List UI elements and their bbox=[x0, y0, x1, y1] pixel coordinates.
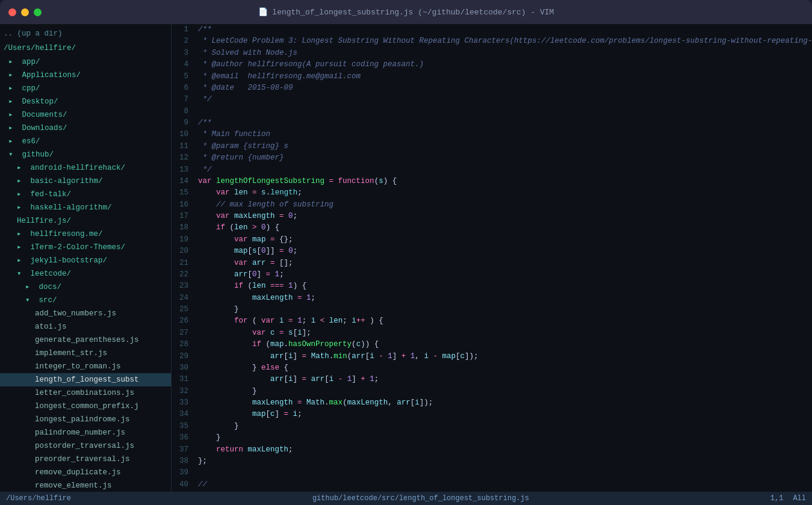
sidebar-item-iterm[interactable]: ▸ iTerm-2-Color-Themes/ bbox=[0, 241, 171, 254]
sidebar-item-desktop[interactable]: ▸ Desktop/ bbox=[0, 95, 171, 108]
statusbar-file: github/leetcode/src/length_of_longest_su… bbox=[312, 494, 529, 503]
parent-dir-item[interactable]: .. (up a dir) bbox=[0, 26, 171, 41]
sidebar-item-hellfiresong[interactable]: ▸ hellfiresong.me/ bbox=[0, 228, 171, 241]
file-postorder-traversal[interactable]: postorder_traversal.js bbox=[0, 439, 171, 453]
window-title: 📄 length_of_longest_substring.js (~/gith… bbox=[258, 7, 554, 17]
sidebar-item-fed-talk[interactable]: ▸ fed-talk/ bbox=[0, 188, 171, 201]
sidebar-item-basic-alg[interactable]: ▸ basic-algorithm/ bbox=[0, 175, 171, 188]
sidebar-item-es6[interactable]: ▸ es6/ bbox=[0, 135, 171, 148]
minimize-button[interactable] bbox=[21, 8, 29, 16]
sidebar-item-applications[interactable]: ▸ Applications/ bbox=[0, 69, 171, 82]
main-container: .. (up a dir) /Users/hellfire/ ▸ app/ ▸ … bbox=[0, 24, 812, 492]
titlebar-buttons bbox=[8, 8, 42, 16]
sidebar-item-src[interactable]: ▾ src/ bbox=[0, 294, 171, 307]
statusbar-all: All bbox=[793, 494, 806, 503]
file-longest-common-prefix[interactable]: longest_common_prefix.j bbox=[0, 400, 171, 413]
code-area[interactable]: 12345 678910 1112131415 1617181920 21222… bbox=[172, 24, 812, 492]
titlebar: 📄 length_of_longest_substring.js (~/gith… bbox=[0, 0, 812, 24]
sidebar-item-github[interactable]: ▾ github/ bbox=[0, 148, 171, 161]
file-remove-duplicate[interactable]: remove_duplicate.js bbox=[0, 466, 171, 479]
statusbar-right: 1,1 All bbox=[770, 494, 806, 503]
sidebar-item-android[interactable]: ▸ android-hellfirehack/ bbox=[0, 161, 171, 175]
file-longest-palindrome[interactable]: longest_palindrome.js bbox=[0, 413, 171, 426]
sidebar-item-documents[interactable]: ▸ Documents/ bbox=[0, 108, 171, 122]
sidebar-item-hellfire-js[interactable]: Hellfire.js/ bbox=[0, 214, 171, 228]
file-length-of-longest[interactable]: length_of_longest_subst bbox=[0, 373, 171, 386]
current-path: /Users/hellfire/ bbox=[0, 41, 171, 55]
close-button[interactable] bbox=[8, 8, 16, 16]
sidebar-item-haskell[interactable]: ▸ haskell-algorithm/ bbox=[0, 201, 171, 214]
file-palindrome-number[interactable]: palindrome_number.js bbox=[0, 426, 171, 439]
file-preorder-traversal[interactable]: preorder_traversal.js bbox=[0, 453, 171, 466]
sidebar-item-leetcode[interactable]: ▾ leetcode/ bbox=[0, 267, 171, 280]
sidebar-item-app[interactable]: ▸ app/ bbox=[0, 55, 171, 69]
code-content[interactable]: /** * LeetCode Problem 3: Longest Substr… bbox=[193, 24, 812, 492]
line-numbers: 12345 678910 1112131415 1617181920 21222… bbox=[172, 24, 193, 492]
statusbar: /Users/hellfire github/leetcode/src/leng… bbox=[0, 492, 812, 505]
statusbar-position: 1,1 bbox=[770, 494, 784, 503]
statusbar-path: /Users/hellfire bbox=[6, 494, 71, 503]
sidebar-item-downloads[interactable]: ▸ Downloads/ bbox=[0, 122, 171, 135]
file-generate-parentheses[interactable]: generate_parentheses.js bbox=[0, 333, 171, 347]
file-remove-element[interactable]: remove_element.js bbox=[0, 479, 171, 492]
code-editor: 12345 678910 1112131415 1617181920 21222… bbox=[172, 24, 812, 492]
sidebar-item-jekyll[interactable]: ▸ jekyll-bootstrap/ bbox=[0, 254, 171, 267]
sidebar-item-cpp[interactable]: ▸ cpp/ bbox=[0, 82, 171, 95]
file-integer-to-roman[interactable]: integer_to_roman.js bbox=[0, 360, 171, 373]
file-add-two-numbers[interactable]: add_two_numbers.js bbox=[0, 307, 171, 320]
maximize-button[interactable] bbox=[34, 8, 42, 16]
file-atoi[interactable]: atoi.js bbox=[0, 320, 171, 333]
file-implement-str[interactable]: implement_str.js bbox=[0, 347, 171, 360]
file-tree-sidebar[interactable]: .. (up a dir) /Users/hellfire/ ▸ app/ ▸ … bbox=[0, 24, 172, 492]
file-letter-combinations[interactable]: letter_combinations.js bbox=[0, 386, 171, 400]
sidebar-item-docs[interactable]: ▸ docs/ bbox=[0, 280, 171, 294]
